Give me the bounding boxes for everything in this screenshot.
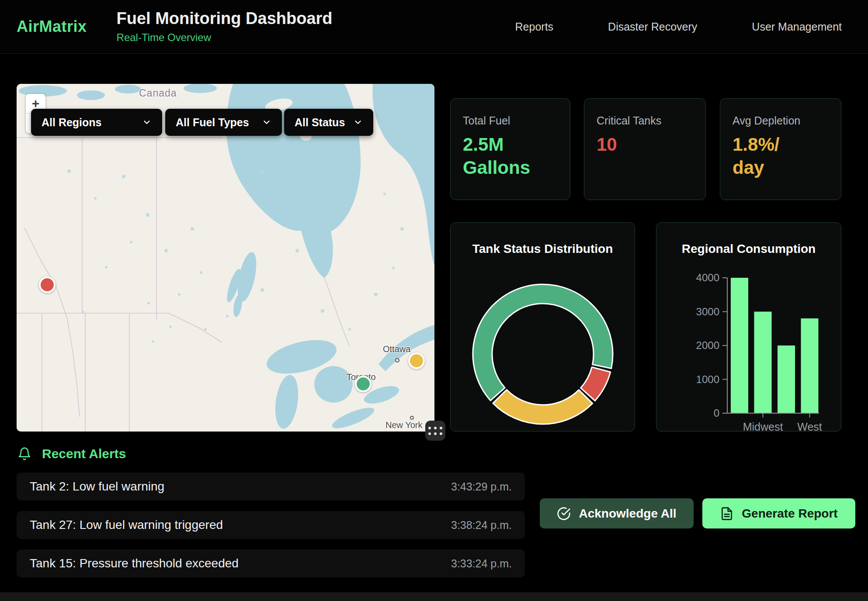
title-block: Fuel Monitoring Dashboard Real-Time Over…	[117, 10, 333, 44]
page-title: Fuel Monitoring Dashboard	[117, 10, 333, 28]
stat-label: Critical Tanks	[597, 114, 693, 127]
generate-report-label: Generate Report	[742, 507, 837, 521]
alert-row[interactable]: Tank 27: Low fuel warning triggered 3:38…	[17, 511, 525, 539]
nav-disaster-recovery[interactable]: Disaster Recovery	[608, 21, 697, 33]
stat-value: 10	[597, 133, 673, 156]
check-circle-icon	[557, 507, 571, 521]
svg-text:4000: 4000	[696, 272, 719, 283]
status-filter-select[interactable]: All Status	[284, 109, 373, 136]
status-filter-value: All Status	[295, 116, 345, 129]
file-text-icon	[720, 507, 734, 521]
map-label-canada: Canada	[139, 87, 177, 99]
alert-row[interactable]: Tank 15: Pressure threshold exceeded 3:3…	[17, 549, 525, 577]
tank-status-donut-chart	[451, 223, 635, 432]
svg-text:2000: 2000	[696, 339, 719, 351]
map-label-new-york: New York	[385, 420, 423, 430]
fuel-type-filter-value: All Fuel Types	[176, 116, 249, 129]
generate-report-button[interactable]: Generate Report	[702, 498, 855, 528]
chevron-down-icon	[353, 117, 363, 127]
new-york-town-dot	[410, 416, 414, 420]
stat-card-total-fuel: Total Fuel 2.5M Gallons	[450, 98, 570, 200]
nav-reports[interactable]: Reports	[515, 21, 554, 33]
stat-label: Total Fuel	[463, 114, 558, 127]
svg-text:3000: 3000	[696, 306, 719, 318]
tank-marker-critical[interactable]	[39, 276, 56, 293]
fuel-type-filter-select[interactable]: All Fuel Types	[165, 109, 282, 136]
page-bottom-strip	[0, 592, 868, 601]
app-header: AirMatrix Fuel Monitoring Dashboard Real…	[0, 0, 868, 54]
chevron-down-icon	[262, 117, 271, 127]
stat-value: 1.8%/ day	[733, 133, 809, 179]
regional-consumption-bar-chart: 01000200030004000MidwestWest	[656, 223, 842, 432]
recent-alerts-title: Recent Alerts	[42, 446, 126, 461]
chevron-down-icon	[142, 117, 152, 127]
brand-logo: AirMatrix	[17, 17, 87, 36]
tank-marker-normal[interactable]	[355, 376, 372, 392]
bell-icon	[17, 446, 31, 461]
alert-timestamp: 3:38:24 p.m.	[451, 519, 512, 532]
recent-alerts-header: Recent Alerts	[17, 446, 126, 461]
fuel-map[interactable]: Canada Ottawa Toronto New York + − All R…	[17, 84, 434, 432]
alert-text: Tank 15: Pressure threshold exceeded	[30, 556, 239, 570]
alert-timestamp: 3:43:29 p.m.	[451, 480, 512, 493]
svg-text:Midwest: Midwest	[743, 421, 783, 432]
map-label-ottawa: Ottawa	[383, 344, 410, 354]
svg-text:0: 0	[714, 407, 719, 419]
svg-text:1000: 1000	[696, 373, 719, 385]
alert-row[interactable]: Tank 2: Low fuel warning 3:43:29 p.m.	[17, 473, 525, 501]
stat-label: Avg Depletion	[733, 114, 829, 127]
alert-text: Tank 2: Low fuel warning	[30, 480, 164, 494]
main-nav: Reports Disaster Recovery User Managemen…	[515, 21, 842, 33]
fuel-monitoring-dashboard: AirMatrix Fuel Monitoring Dashboard Real…	[0, 0, 868, 601]
alert-text: Tank 27: Low fuel warning triggered	[30, 518, 223, 532]
page-subtitle: Real-Time Overview	[117, 31, 333, 44]
map-drag-handle[interactable]	[425, 421, 445, 441]
acknowledge-all-button[interactable]: Acknowledge All	[540, 498, 694, 528]
stat-card-avg-depletion: Avg Depletion 1.8%/ day	[720, 98, 841, 200]
nav-user-management[interactable]: User Management	[752, 21, 842, 33]
tank-marker-warning[interactable]	[408, 352, 425, 369]
stat-value: 2.5M Gallons	[463, 133, 539, 179]
acknowledge-all-label: Acknowledge All	[579, 507, 676, 521]
ottawa-town-dot	[395, 358, 399, 363]
region-filter-select[interactable]: All Regions	[31, 109, 162, 136]
tank-status-card: Tank Status Distribution	[450, 222, 635, 432]
alert-timestamp: 3:33:24 p.m.	[451, 557, 512, 570]
regional-consumption-card: Regional Consumption 01000200030004000Mi…	[656, 222, 841, 432]
stat-card-critical-tanks: Critical Tanks 10	[584, 98, 706, 200]
region-filter-value: All Regions	[42, 116, 102, 129]
svg-text:West: West	[797, 421, 822, 432]
